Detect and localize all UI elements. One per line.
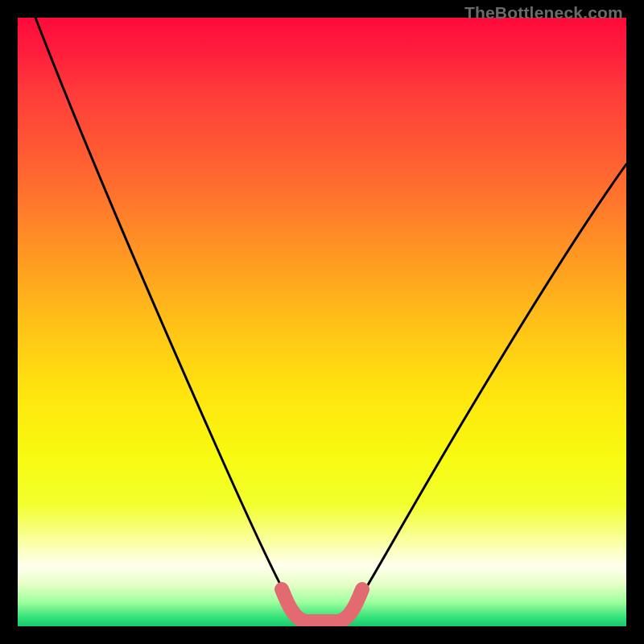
watermark-text: TheBottleneck.com	[464, 3, 623, 23]
bottleneck-curve	[35, 18, 626, 623]
plot-area	[18, 18, 626, 626]
curve-layer	[18, 18, 626, 626]
sweet-spot-marker	[282, 589, 362, 621]
chart-frame: TheBottleneck.com	[0, 0, 644, 644]
